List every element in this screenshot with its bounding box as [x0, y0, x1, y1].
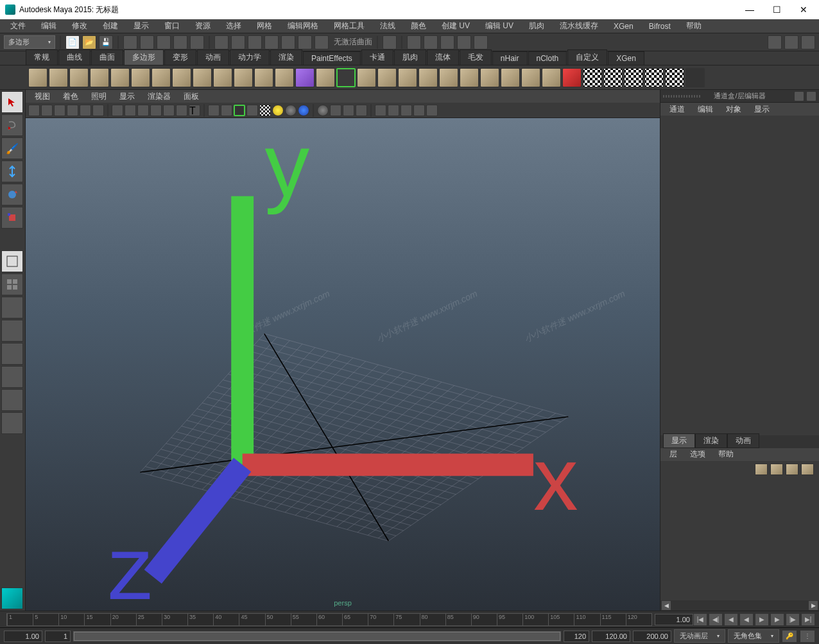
menu-16[interactable]: 流水线缓存 [553, 19, 605, 33]
render-settings-icon[interactable] [440, 35, 454, 49]
safe-title-icon[interactable]: T [189, 105, 200, 116]
layer-list[interactable] [660, 478, 819, 600]
range-end-outer-field[interactable]: 120.00 [592, 631, 630, 642]
channel-box-toggle-icon[interactable] [794, 91, 804, 101]
xray-joints-icon[interactable] [388, 105, 399, 116]
uv-checker-2-icon[interactable] [603, 68, 623, 87]
use-all-lights-icon[interactable] [272, 105, 284, 116]
film-gate-icon[interactable] [125, 105, 136, 116]
image-plane-icon[interactable] [67, 105, 78, 116]
toggle-channel-box-icon[interactable] [801, 35, 815, 49]
extrude-icon[interactable] [398, 68, 417, 87]
menu-12[interactable]: 颜色 [404, 19, 433, 33]
poly-cylinder-icon[interactable] [69, 68, 89, 87]
motion-blur-icon[interactable] [317, 105, 329, 116]
menu-19[interactable]: 帮助 [680, 19, 708, 33]
panel-menu-3[interactable]: 显示 [114, 91, 140, 103]
screen-ao-icon[interactable] [298, 105, 309, 116]
select-by-hierarchy-icon[interactable] [157, 35, 171, 49]
poly-pyramid-icon[interactable] [151, 68, 171, 87]
camera-attr-icon[interactable] [41, 105, 53, 116]
panel-menu-2[interactable]: 照明 [86, 91, 112, 103]
menu-9[interactable]: 编辑网格 [281, 19, 325, 33]
poly-pipe-icon[interactable] [172, 68, 191, 87]
menu-2[interactable]: 修改 [65, 19, 94, 33]
menu-7[interactable]: 选择 [220, 19, 248, 33]
layer-editor-toggle-icon[interactable] [806, 91, 816, 101]
channel-menu-0[interactable]: 通道 [664, 103, 690, 116]
current-frame-field[interactable]: 1.00 [655, 614, 693, 625]
move-layer-down-icon[interactable] [801, 464, 814, 475]
move-tool[interactable] [1, 161, 23, 182]
poly-torus-icon[interactable] [131, 68, 150, 87]
layer-scrollbar[interactable]: ◀ ▶ [660, 600, 819, 611]
shelf-tab-动画[interactable]: 动画 [197, 49, 229, 65]
menu-13[interactable]: 创建 UV [435, 19, 476, 33]
construction-history-icon[interactable] [383, 35, 397, 49]
live-toggle-icon[interactable] [315, 35, 329, 49]
poly-prism-icon[interactable] [254, 68, 273, 87]
shelf-tab-XGen[interactable]: XGen [608, 51, 644, 65]
menu-5[interactable]: 窗口 [158, 19, 186, 33]
render-view-icon[interactable] [474, 35, 488, 49]
step-back-button[interactable]: ◀ [724, 613, 738, 626]
multisample-icon[interactable] [330, 105, 341, 116]
range-start-outer-field[interactable]: 1.00 [4, 631, 42, 642]
step-back-key-button[interactable]: ◀| [709, 613, 723, 626]
menu-0[interactable]: 文件 [4, 19, 32, 33]
smooth-icon[interactable] [460, 68, 479, 87]
shelf-tab-多边形[interactable]: 多边形 [124, 49, 164, 65]
persp-graph-layout[interactable] [1, 320, 23, 342]
shelf-tab-卡通[interactable]: 卡通 [361, 49, 393, 65]
create-layer-icon[interactable] [755, 464, 768, 475]
viewport[interactable]: 小小软件迷 www.xxrjm.com 小小软件迷 www.xxrjm.com … [26, 118, 660, 611]
uv-editor-icon[interactable] [685, 68, 705, 87]
menu-4[interactable]: 显示 [127, 19, 155, 33]
shelf-tab-毛发[interactable]: 毛发 [460, 49, 492, 65]
grid-icon[interactable] [112, 105, 123, 116]
menu-8[interactable]: 网格 [250, 19, 279, 33]
shelf-tab-渲染[interactable]: 渲染 [270, 49, 302, 65]
wireframe-icon[interactable] [208, 105, 220, 116]
shelf-tab-动力学[interactable]: 动力学 [230, 49, 270, 65]
grease-pencil-icon[interactable] [92, 105, 104, 116]
menu-11[interactable]: 法线 [374, 19, 402, 33]
reduce-icon[interactable] [521, 68, 540, 87]
fps-field[interactable]: 200.00 [633, 631, 671, 642]
anim-layer-dropdown[interactable]: 无动画层 [674, 629, 725, 643]
menu-3[interactable]: 创建 [96, 19, 125, 33]
make-live-icon[interactable] [298, 35, 312, 49]
menu-10[interactable]: 网格工具 [327, 19, 371, 33]
persp-outliner-layout[interactable] [1, 297, 23, 318]
ipr-render-icon[interactable] [424, 35, 438, 49]
select-tool[interactable] [1, 91, 23, 113]
depth-of-field-icon[interactable] [343, 105, 354, 116]
panel-menu-5[interactable]: 面板 [178, 91, 204, 103]
time-track[interactable]: 1510152025303540455055606570758085909510… [6, 613, 652, 626]
save-scene-icon[interactable]: 💾 [99, 35, 113, 49]
maximize-button[interactable]: ☐ [769, 2, 784, 17]
step-forward-button[interactable]: ▶ [770, 613, 784, 626]
shelf-tab-nHair[interactable]: nHair [492, 51, 528, 65]
hypershade-layout[interactable] [1, 343, 23, 365]
2d-pan-icon[interactable] [80, 105, 91, 116]
viewport-renderer-icon[interactable] [426, 105, 438, 116]
maya-logo-button[interactable] [1, 587, 23, 609]
poly-type-icon[interactable] [275, 68, 294, 87]
camera-select-icon[interactable] [28, 105, 40, 116]
snap-grid-icon[interactable] [214, 35, 228, 49]
poly-plane-icon[interactable] [110, 68, 130, 87]
step-forward-key-button[interactable]: |▶ [786, 613, 800, 626]
four-view-layout[interactable] [1, 274, 23, 295]
smooth-shade-icon[interactable] [221, 105, 232, 116]
range-start-inner-field[interactable]: 1 [45, 631, 71, 642]
panel-menu-0[interactable]: 视图 [30, 91, 55, 103]
poly-soccer-icon[interactable] [213, 68, 232, 87]
safe-action-icon[interactable] [176, 105, 187, 116]
undo-icon[interactable] [123, 35, 137, 49]
close-button[interactable]: ✕ [796, 2, 811, 17]
poly-platonic-icon[interactable] [234, 68, 253, 87]
go-to-end-button[interactable]: ▶| [801, 613, 815, 626]
scale-tool[interactable] [1, 207, 23, 229]
scroll-right-icon[interactable]: ▶ [809, 601, 818, 610]
